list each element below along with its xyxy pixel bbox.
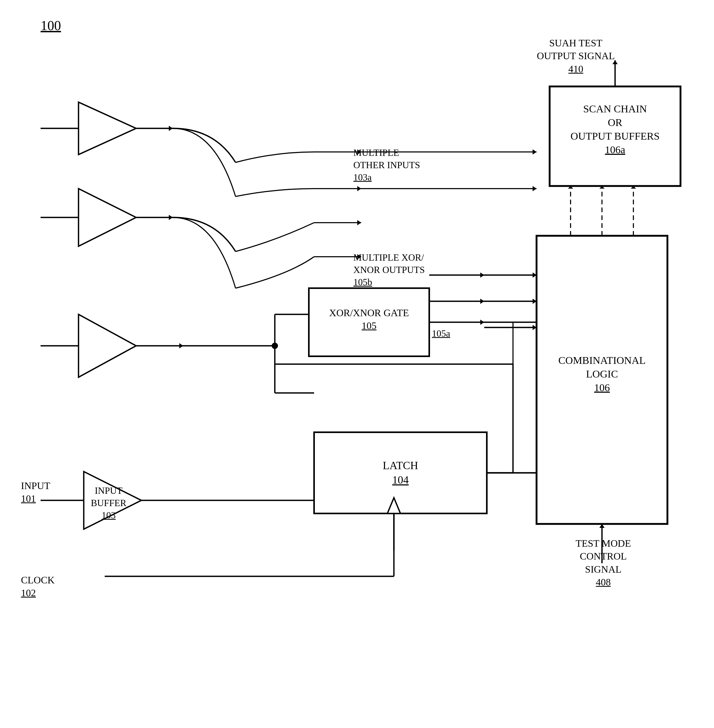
svg-marker-71 [532, 149, 537, 155]
svg-marker-69 [480, 299, 484, 304]
latch-label: LATCH 104 [315, 459, 486, 487]
scan-chain-label: SCAN CHAIN OR OUTPUT BUFFERS 106a [550, 102, 681, 156]
svg-marker-1 [78, 102, 136, 155]
svg-marker-5 [78, 189, 136, 246]
test-mode-label: TEST MODE CONTROL SIGNAL 408 [558, 537, 649, 589]
diagram-container: 100 [0, 0, 714, 728]
xor-gate-label: XOR/XNOR GATE 105 [310, 307, 428, 332]
multiple-xor-outputs-label: MULTIPLE XOR/ XNOR OUTPUTS 105b [353, 251, 458, 288]
input-buffer-label: INPUT BUFFER 103 [80, 484, 137, 521]
svg-marker-11 [357, 186, 361, 191]
clock-label: CLOCK 102 [21, 574, 73, 600]
svg-marker-13 [357, 220, 361, 225]
combinational-logic-label: COMBINATIONAL LOGIC 106 [538, 353, 666, 394]
xor-output-label: 105a [432, 328, 474, 340]
svg-marker-73 [532, 186, 537, 191]
svg-marker-7 [169, 215, 173, 220]
suah-test-label: SUAH TEST OUTPUT SIGNAL 410 [524, 37, 628, 75]
svg-marker-17 [78, 314, 136, 377]
input-label: INPUT 101 [21, 480, 73, 505]
svg-marker-19 [179, 343, 183, 348]
svg-marker-3 [169, 126, 173, 131]
figure-number: 100 [40, 18, 61, 33]
svg-marker-28 [480, 320, 484, 325]
svg-marker-67 [480, 272, 484, 278]
multiple-other-inputs-label: MULTIPLE OTHER INPUTS 103a [353, 147, 445, 184]
